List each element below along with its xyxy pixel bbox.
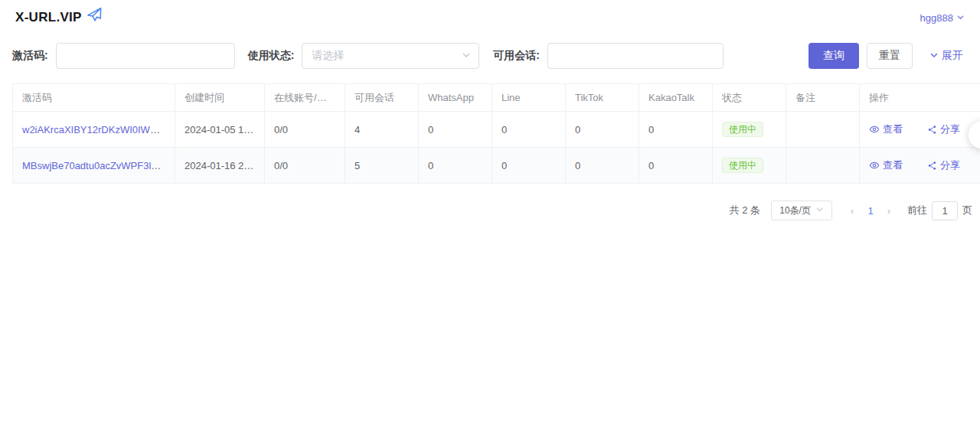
line-cell: 0	[492, 112, 566, 148]
goto-page-input[interactable]	[932, 201, 958, 220]
chevron-down-icon	[815, 205, 824, 216]
activation-code-label: 激活码:	[12, 49, 48, 63]
share-icon	[927, 125, 937, 135]
created-time-cell: 2024-01-05 18:20:57	[175, 112, 265, 148]
col-whatsapp: WhatsApp	[419, 84, 492, 112]
chevron-down-icon	[462, 49, 471, 63]
user-menu[interactable]: hgg888	[920, 12, 965, 24]
filter-bar: 激活码: 使用状态: 请选择 可用会话: 查询 重置 展开	[0, 42, 980, 70]
reset-button[interactable]: 重置	[867, 43, 913, 69]
share-label: 分享	[940, 122, 960, 136]
status-badge: 使用中	[722, 158, 763, 173]
whatsapp-cell: 0	[419, 148, 492, 184]
whatsapp-cell: 0	[419, 112, 492, 148]
share-label: 分享	[940, 158, 960, 172]
view-label: 查看	[883, 158, 903, 172]
logo: X-URL.VIP	[15, 8, 103, 27]
page-number-1[interactable]: 1	[861, 205, 879, 217]
kakaotalk-cell: 0	[639, 148, 713, 184]
username: hgg888	[920, 12, 953, 24]
app-header: X-URL.VIP hgg888	[0, 0, 980, 31]
usage-status-label: 使用状态:	[248, 49, 295, 63]
expand-label: 展开	[942, 49, 963, 63]
logo-text: X-URL.VIP	[15, 10, 82, 25]
table-header-row: 激活码 创建时间 在线账号/总账号 可用会话 WhatsApp Line Tik…	[13, 84, 980, 112]
activation-code-link[interactable]: MBswjBe70adtu0acZvWPF3l7p1xqXgoG	[22, 160, 175, 171]
page-size-value: 10条/页	[779, 204, 811, 217]
kakaotalk-cell: 0	[639, 112, 713, 148]
remark-cell	[786, 112, 860, 148]
created-time-cell: 2024-01-16 21:45:59	[175, 148, 265, 184]
expand-toggle[interactable]: 展开	[929, 49, 963, 63]
goto-label: 前往	[907, 204, 927, 217]
tiktok-cell: 0	[566, 148, 639, 184]
col-line: Line	[492, 84, 566, 112]
col-actions: 操作	[860, 84, 980, 112]
available-sessions-input[interactable]	[547, 43, 724, 69]
share-button[interactable]: 分享	[927, 122, 960, 136]
activation-code-link[interactable]: w2iAKrcaXIBY12rDKzWI0IW3nUCpB8OG	[22, 124, 175, 135]
line-cell: 0	[492, 148, 566, 184]
chevron-down-icon	[956, 12, 965, 24]
available-sessions-label: 可用会话:	[493, 49, 540, 63]
eye-icon	[869, 124, 880, 135]
page-unit-label: 页	[962, 204, 972, 217]
view-button[interactable]: 查看	[869, 158, 903, 172]
page-size-select[interactable]: 10条/页	[771, 201, 832, 220]
col-status: 状态	[713, 84, 786, 112]
col-tiktok: TikTok	[566, 84, 639, 112]
total-count: 共 2 条	[730, 204, 760, 217]
remark-cell	[786, 148, 860, 184]
activation-code-input[interactable]	[56, 43, 235, 69]
usage-status-select[interactable]: 请选择	[302, 43, 479, 69]
accounts-cell: 0/0	[265, 148, 345, 184]
sessions-cell: 4	[345, 112, 419, 148]
eye-icon	[869, 160, 880, 171]
accounts-cell: 0/0	[265, 112, 345, 148]
tiktok-cell: 0	[566, 112, 639, 148]
sessions-cell: 5	[345, 148, 419, 184]
activation-codes-table: 激活码 创建时间 在线账号/总账号 可用会话 WhatsApp Line Tik…	[12, 83, 978, 184]
prev-page-button[interactable]: ‹	[843, 205, 861, 217]
col-kakaotalk: KakaoTalk	[639, 84, 713, 112]
view-label: 查看	[883, 122, 903, 136]
paper-plane-icon	[85, 6, 104, 28]
table-row: MBswjBe70adtu0acZvWPF3l7p1xqXgoG 2024-01…	[13, 148, 980, 184]
col-activation-code: 激活码	[13, 84, 175, 112]
share-icon	[927, 161, 937, 171]
col-created-time: 创建时间	[175, 84, 265, 112]
search-button[interactable]: 查询	[808, 43, 859, 69]
status-badge: 使用中	[722, 122, 763, 137]
col-online-total-accounts: 在线账号/总账号	[265, 84, 345, 112]
col-available-sessions: 可用会话	[345, 84, 419, 112]
chevron-down-icon	[929, 50, 939, 62]
share-button[interactable]: 分享	[927, 158, 960, 172]
view-button[interactable]: 查看	[869, 122, 903, 136]
next-page-button[interactable]: ›	[880, 205, 898, 217]
pagination: 共 2 条 10条/页 ‹ 1 › 前往 页	[0, 201, 972, 220]
table-row: w2iAKrcaXIBY12rDKzWI0IW3nUCpB8OG 2024-01…	[13, 112, 980, 148]
usage-status-placeholder: 请选择	[312, 49, 344, 63]
col-remark: 备注	[786, 84, 860, 112]
